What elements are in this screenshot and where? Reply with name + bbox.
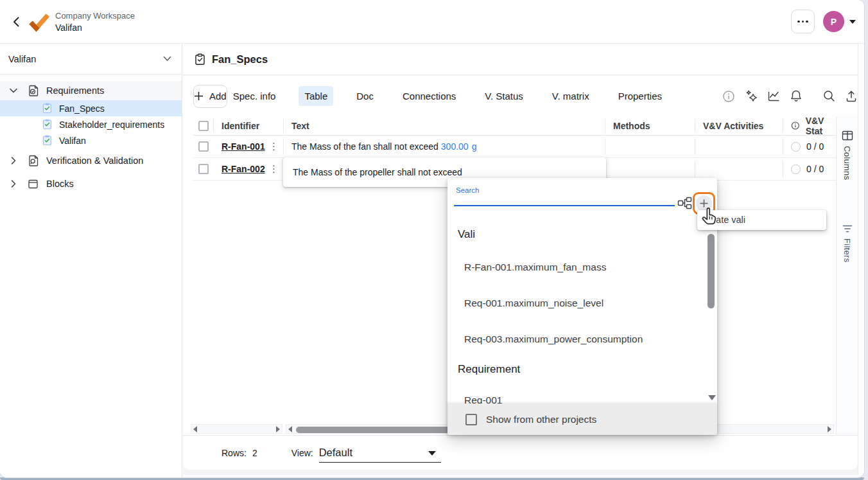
page-title: Fan_Specs [212,53,268,66]
valispace-logo-icon [27,10,51,35]
plus-circle [696,195,712,211]
row-menu-icon[interactable]: ⋮ [269,143,279,150]
ai-sparkles-icon[interactable] [744,89,758,103]
add-button[interactable]: Add [193,85,227,108]
filters-panel-toggle[interactable]: Filters [837,224,858,263]
notifications-bell-icon[interactable] [789,89,803,103]
scroll-left-icon[interactable] [288,426,292,432]
tab-properties[interactable]: Properties [612,86,668,106]
search-input[interactable] [454,192,675,205]
scroll-down-icon[interactable] [708,395,716,400]
rows-count-label: Rows: [221,448,247,458]
rows-count-value: 2 [252,448,257,458]
sidebar-item-label: Requirements [46,85,104,96]
sidebar-item-label: Stakeholder_requirements [59,120,164,130]
popup-list-item[interactable]: Req-001.maximum_noise_level [464,298,603,309]
scroll-right-icon[interactable] [828,426,831,432]
requirements-module-icon [26,84,40,97]
sidebar-item-valifan[interactable]: Valifan [0,132,182,148]
user-menu-caret-icon[interactable] [849,20,856,24]
requirement-value[interactable]: 300.00 [441,141,469,152]
methods-cell[interactable] [605,158,695,181]
sidebar: Valifan Require [0,44,182,477]
tab-v-matrix[interactable]: V. matrix [546,86,595,106]
tab-connections[interactable]: Connections [397,86,462,106]
popup-scrollbar-thumb[interactable] [707,234,715,308]
project-selector[interactable]: Valifan [0,44,182,75]
verification-module-icon [26,154,40,167]
chevron-right-icon[interactable] [9,180,18,188]
vv-status-cell: 0 / 0 [783,158,836,181]
popup-list-item[interactable]: R-Fan-001.maximum_fan_mass [464,262,606,273]
back-icon[interactable] [10,15,23,28]
vv-status-value: 0 / 0 [806,164,824,174]
column-header-identifier[interactable]: Identifier [214,116,284,136]
user-avatar[interactable]: P [823,11,844,32]
sidebar-item-fan-specs[interactable]: Fan_Specs [0,100,182,116]
spec-title-row: Fan_Specs [183,44,858,75]
requirement-link[interactable]: R-Fan-002 [221,164,265,174]
show-other-projects-checkbox[interactable] [465,414,477,425]
vv-activities-cell[interactable] [695,136,783,158]
popup-footer: Show from other projects [447,404,717,435]
row-checkbox[interactable] [198,141,209,152]
spec-icon [41,135,53,146]
toolbar: Add Spec. info Table Doc Connections V. … [183,76,858,116]
filters-label: Filters [842,238,852,263]
row-checkbox[interactable] [198,164,209,174]
text-cell[interactable]: The Mass of the fan shall not exceed 300… [284,136,605,158]
row-menu-icon[interactable]: ⋮ [269,166,279,172]
popup-list-item[interactable]: Req-003.maximum_power_consumption [464,333,643,345]
more-options-button[interactable] [791,10,815,33]
tab-spec-info[interactable]: Spec. info [227,86,282,106]
project-name: Valifan [55,22,135,33]
sidebar-item-blocks[interactable]: Blocks [0,174,182,193]
identifier-cell: R-Fan-002 ⋮ [214,158,284,181]
pinned-columns-scrollbar[interactable] [191,424,282,434]
column-header-vv-status[interactable]: V&V Stat [783,116,836,136]
sidebar-item-label: Blocks [46,179,74,189]
columns-table-icon [842,130,853,141]
analytics-chart-icon[interactable] [767,89,781,103]
spec-icon [41,103,53,114]
add-button-label: Add [209,91,227,102]
tab-v-status[interactable]: V. Status [479,86,529,106]
view-label: View: [291,448,313,458]
header-select-cell [193,116,214,136]
select-all-checkbox[interactable] [198,121,209,131]
scroll-left-icon[interactable] [193,426,197,432]
column-header-methods[interactable]: Methods [605,116,695,136]
sidebar-item-verification-validation[interactable]: Verification & Validation [0,151,182,170]
search-icon[interactable] [822,89,836,103]
sidebar-item-requirements[interactable]: Requirements [0,81,182,100]
search-input-underline [454,205,675,206]
browse-tree-icon[interactable] [677,197,692,213]
info-icon[interactable] [722,89,736,103]
column-header-vv-activities[interactable]: V&V Activities [695,116,783,136]
avatar-initial: P [831,17,837,27]
sidebar-item-stakeholder-requirements[interactable]: Stakeholder_requirements [0,116,182,132]
scroll-right-icon[interactable] [276,426,280,432]
export-upload-icon[interactable] [844,89,858,103]
methods-cell[interactable] [605,136,695,158]
requirement-unit[interactable]: g [472,141,477,152]
chevron-right-icon[interactable] [9,157,18,164]
view-select-value: Default [319,447,352,459]
columns-panel-toggle[interactable]: Columns [837,130,858,180]
tab-doc[interactable]: Doc [351,86,379,106]
select-caret-icon [428,451,436,456]
blocks-module-icon [26,178,40,190]
vv-status-value: 0 / 0 [806,141,824,152]
project-tree: Requirements Fan_Specs [0,75,182,193]
view-select[interactable]: Default [319,443,441,463]
sidebar-item-label: Fan_Specs [59,103,105,114]
right-rail: Columns Filters [836,116,858,435]
identifier-cell: R-Fan-001 ⋮ [214,136,284,158]
vv-activities-cell[interactable] [695,158,783,181]
requirement-link[interactable]: R-Fan-001 [221,141,265,152]
column-header-text[interactable]: Text [284,116,605,136]
tab-table[interactable]: Table [299,86,333,106]
status-circle-icon [791,142,801,152]
top-bar: Company Workspace Valifan P [0,0,864,44]
chevron-down-icon[interactable] [9,88,18,93]
